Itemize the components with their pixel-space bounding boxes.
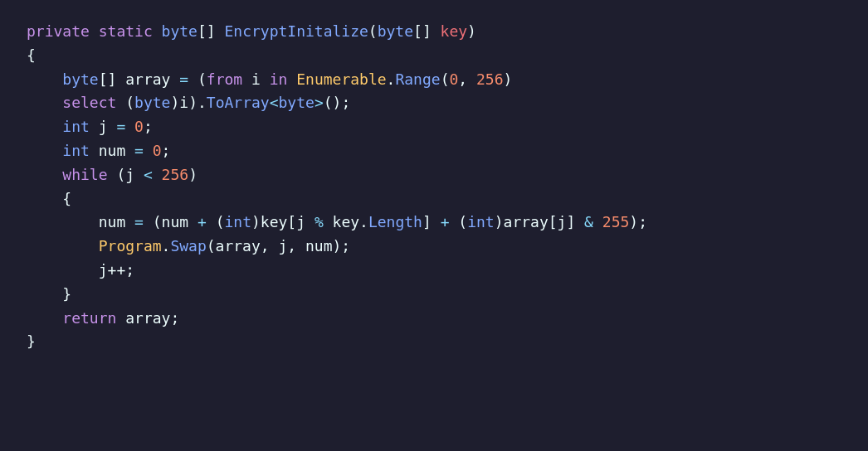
line-11: j++; [27,261,134,279]
line-14: } [27,332,36,350]
line-9: num = (num + (int)key[j % key.Length] + … [27,213,647,230]
line-6: int num = 0; [27,142,170,159]
line-1: private static byte[] EncryptInitalize(b… [27,22,476,40]
line-13: return array; [27,309,179,327]
line-10: Program.Swap(array, j, num); [27,237,350,255]
line-12: } [27,285,71,303]
line-3: byte[] array = (from i in Enumerable.Ran… [27,70,512,88]
line-2: { [27,46,36,64]
line-5: int j = 0; [27,118,153,135]
line-7: while (j < 256) [27,166,197,183]
line-4: select (byte)i).ToArray<byte>(); [27,94,350,111]
line-8: { [27,190,71,207]
code-block: private static byte[] EncryptInitalize(b… [27,20,841,354]
